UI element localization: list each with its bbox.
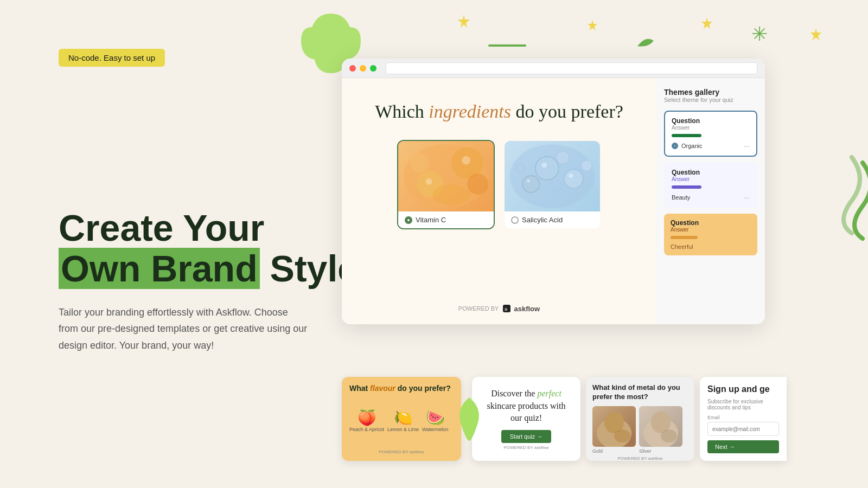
- themes-subtitle: Select theme for your quiz: [664, 97, 757, 103]
- signup-next-btn[interactable]: Next →: [707, 440, 779, 453]
- star-decoration-4: [808, 27, 824, 42]
- svg-point-5: [467, 174, 488, 195]
- theme-card-organic[interactable]: Question Answer Organic ···: [664, 111, 757, 157]
- beauty-dots: ···: [743, 193, 750, 202]
- fruit-watermelon: 🍉 Watermelon: [422, 409, 448, 432]
- svg-point-27: [661, 429, 677, 442]
- vitamin-c-label: Vitamin C: [398, 211, 494, 228]
- skincare-text: Discover the perfect skincare products w…: [481, 388, 572, 424]
- fruits-row: 🍑 Peach & Apricot 🍋 Lemon & Lime 🍉 Water…: [349, 409, 454, 432]
- gap-leaf: [456, 392, 483, 446]
- gold-image: [592, 406, 636, 447]
- salicylic-image: [505, 141, 600, 211]
- silver-label: Silver: [639, 448, 682, 454]
- powered-by: POWERED BY a askflow: [458, 304, 540, 313]
- signup-sub: Subscribe for exclusive discounts and ti…: [707, 399, 779, 410]
- silver-option: Silver: [639, 406, 682, 454]
- signup-email-input[interactable]: [707, 422, 779, 436]
- browser-maximize-dot: [370, 65, 376, 72]
- flavour-card-inner: What flavour do you prefer? 🍑 Peach & Ap…: [342, 377, 461, 461]
- svg-point-19: [527, 179, 530, 183]
- svg-point-14: [557, 151, 569, 164]
- skincare-btn[interactable]: Start quiz →: [501, 430, 552, 443]
- signup-inner: Sign up and ge Subscribe for exclusive d…: [700, 377, 787, 461]
- svg-point-16: [516, 164, 525, 173]
- cheerful-label: Cheerful: [671, 243, 751, 250]
- svg-point-11: [535, 157, 559, 180]
- leaf-decoration: [635, 33, 656, 49]
- quiz-options: Vitamin C: [397, 140, 601, 229]
- svg-point-15: [582, 160, 592, 171]
- flavour-question: What flavour do you prefer?: [349, 383, 454, 393]
- svg-point-9: [426, 178, 432, 185]
- svg-point-8: [462, 156, 470, 165]
- silver-skin-swatch: [639, 406, 682, 447]
- browser-minimize-dot: [360, 65, 366, 72]
- browser-titlebar: [342, 59, 765, 78]
- headline-line2: Own Brand Style: [59, 248, 362, 289]
- badge: No-code. Easy to set up: [59, 49, 165, 67]
- metal-powered: POWERED BY askflow: [592, 456, 688, 461]
- askflow-logo-icon: a: [502, 304, 512, 313]
- themes-title: Themes gallery: [664, 88, 757, 97]
- fruit-peach: 🍑 Peach & Apricot: [349, 409, 384, 432]
- star-decoration-1: [456, 14, 472, 30]
- themes-sidebar: Themes gallery Select theme for your qui…: [656, 78, 765, 324]
- gold-skin-swatch: [592, 406, 636, 447]
- metal-images: Gold Silver: [592, 406, 688, 454]
- theme-card-cheerful[interactable]: Question Answer Cheerful: [664, 214, 757, 255]
- headline-highlight: Own Brand: [59, 248, 260, 289]
- question-prefix: Which: [375, 101, 429, 121]
- svg-point-17: [541, 163, 547, 168]
- bottom-cards-row: What flavour do you prefer? 🍑 Peach & Ap…: [342, 377, 830, 461]
- star-decoration-2: [586, 19, 599, 32]
- metal-question: What kind of metal do you prefer the mos…: [592, 383, 688, 402]
- hero-content: No-code. Easy to set up Create Your Own …: [59, 49, 362, 354]
- swirl-decoration: [830, 152, 868, 249]
- svg-point-18: [569, 174, 573, 178]
- salicylic-radio: [511, 216, 519, 224]
- svg-point-6: [410, 153, 429, 172]
- star-decoration-3: [700, 16, 714, 30]
- salicylic-option[interactable]: Salicylic Acid: [503, 140, 601, 229]
- beauty-color-bar: [672, 185, 701, 189]
- signup-card: Sign up and ge Subscribe for exclusive d…: [700, 377, 787, 461]
- svg-text:✳: ✳: [751, 23, 768, 43]
- asterisk-decoration: ✳: [749, 22, 770, 43]
- salicylic-label: Salicylic Acid: [505, 211, 600, 228]
- vitamin-c-radio: [405, 216, 412, 224]
- skincare-powered: POWERED BY askflow: [504, 445, 549, 450]
- svg-point-13: [522, 176, 539, 192]
- fruit-lemon: 🍋 Lemon & Lime: [387, 409, 419, 432]
- headline-line1: Create Your: [59, 208, 362, 248]
- vitamin-c-image: [398, 141, 494, 211]
- organic-radio-row: Organic ···: [672, 142, 750, 150]
- quiz-question: Which ingredients do you prefer?: [375, 100, 623, 124]
- quiz-panel: Which ingredients do you prefer?: [342, 78, 656, 324]
- skincare-inner: Discover the perfect skincare products w…: [472, 377, 580, 461]
- beauty-radio-row: Beauty ···: [672, 193, 750, 202]
- svg-point-24: [614, 429, 630, 442]
- email-label: Email: [707, 415, 779, 420]
- headline: Create Your Own Brand Style: [59, 208, 362, 289]
- browser-close-dot: [349, 65, 356, 72]
- question-italic: ingredients: [429, 101, 511, 121]
- cheerful-color-bar: [671, 236, 698, 239]
- svg-point-7: [433, 184, 470, 206]
- silver-image: [639, 406, 682, 447]
- theme-card-beauty[interactable]: Question Answer Beauty ···: [664, 162, 757, 208]
- svg-point-12: [564, 169, 583, 188]
- signup-title: Sign up and ge: [707, 384, 779, 394]
- flavour-card: What flavour do you prefer? 🍑 Peach & Ap…: [342, 377, 461, 461]
- organic-dots: ···: [743, 142, 750, 150]
- skincare-card: Discover the perfect skincare products w…: [472, 377, 580, 461]
- gold-option: Gold: [592, 406, 636, 454]
- browser-window: Which ingredients do you prefer?: [342, 59, 765, 324]
- gold-label: Gold: [592, 448, 636, 454]
- svg-text:a: a: [505, 306, 507, 312]
- organic-radio-selected: [672, 143, 678, 149]
- svg-rect-0: [488, 44, 526, 47]
- metal-card: What kind of metal do you prefer the mos…: [586, 377, 694, 461]
- vitamin-c-option[interactable]: Vitamin C: [397, 140, 495, 229]
- dash-decoration: [488, 43, 532, 48]
